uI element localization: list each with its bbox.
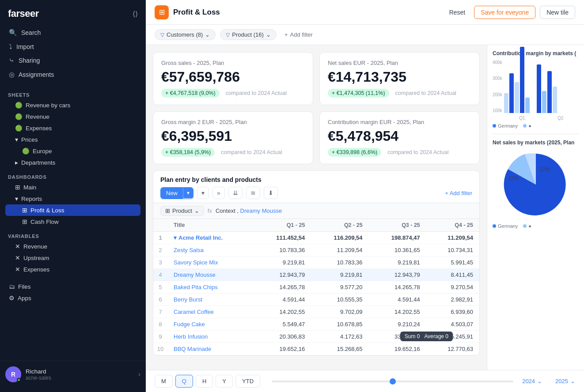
sidebar-item-revenue-by-cars[interactable]: 🟢 Revenue by cars — [5, 99, 140, 111]
fast-forward-button[interactable]: » — [212, 187, 225, 199]
row-q1[interactable]: 4.591,44 — [254, 294, 311, 306]
product-filter[interactable]: ▽ Product (16) ⌄ — [220, 29, 277, 40]
download-button[interactable]: ⬇ — [264, 187, 278, 199]
row-title[interactable]: ▾Acme Retail Inc. — [167, 232, 254, 244]
row-q2[interactable]: 15.268,65 — [311, 343, 368, 355]
table-row[interactable]: 8Fudge Cake5.549,4710.678,859.210,244.50… — [153, 318, 479, 331]
sidebar-item-europe[interactable]: 🟢 Europe — [5, 145, 140, 157]
table-row[interactable]: 3Savory Spice Mix9.219,8110.783,369.219,… — [153, 256, 479, 269]
period-m-button[interactable]: M — [155, 375, 173, 388]
table-row[interactable]: 6Berry Burst4.591,4410.555,354.591,442.9… — [153, 294, 479, 306]
sidebar-item-search[interactable]: 🔍 Search — [5, 26, 140, 40]
row-q4[interactable]: 6.939,60 — [426, 306, 479, 318]
period-h-button[interactable]: H — [196, 375, 213, 388]
row-q2[interactable]: 11.209,54 — [311, 244, 368, 256]
table-row[interactable]: 4Dreamy Mousse12.943,799.219,8112.943,79… — [153, 269, 479, 281]
table-add-filter-button[interactable]: + Add filter — [445, 190, 472, 196]
row-q4[interactable]: 4.503,07 — [426, 318, 479, 331]
sidebar-item-var-expenses[interactable]: ✕ Expenses — [5, 264, 140, 275]
sidebar-item-revenue[interactable]: 🟢 Revenue — [5, 111, 140, 122]
sidebar-item-import[interactable]: ⤵ Import — [5, 40, 140, 53]
row-q1[interactable]: 10.783,36 — [254, 244, 311, 256]
row-q2[interactable]: 9.577,20 — [311, 281, 368, 294]
row-title[interactable]: Herb Infusion — [167, 331, 254, 343]
save-button[interactable]: Save for eveyone — [474, 6, 535, 19]
row-q1[interactable]: 9.219,81 — [254, 256, 311, 269]
sidebar-item-profit-loss[interactable]: ⊞ Profit & Loss — [5, 204, 140, 216]
table-row[interactable]: 7Caramel Coffee14.202,559.702,0914.202,5… — [153, 306, 479, 318]
row-title[interactable]: Berry Burst — [167, 294, 254, 306]
row-title[interactable]: Caramel Coffee — [167, 306, 254, 318]
user-profile[interactable]: R Richard acne-sales › — [0, 361, 146, 388]
row-q3[interactable]: 9.219,81 — [369, 256, 426, 269]
row-q2[interactable]: 10.555,35 — [311, 294, 368, 306]
row-q4[interactable]: 12.770,63 — [426, 343, 479, 355]
row-q3[interactable]: 198.874,47 — [369, 232, 426, 244]
row-title[interactable]: Savory Spice Mix — [167, 256, 254, 269]
row-q1[interactable]: 20.306,83 — [254, 331, 311, 343]
row-q3[interactable]: 14.265,78 — [369, 281, 426, 294]
row-q4[interactable]: 5.991,45 — [426, 256, 479, 269]
period-ytd-button[interactable]: YTD — [235, 375, 260, 388]
row-q1[interactable]: 5.549,47 — [254, 318, 311, 331]
expand-button[interactable]: ▾ — [197, 187, 209, 199]
new-main-button[interactable]: New — [161, 188, 183, 199]
reset-button[interactable]: Reset — [445, 6, 470, 19]
row-q2[interactable]: 10.783,36 — [311, 256, 368, 269]
product-selector[interactable]: ⊞ Product ⌄ — [160, 206, 204, 216]
row-q3[interactable]: 4.591,44 — [369, 294, 426, 306]
period-q-button[interactable]: Q — [175, 375, 193, 388]
period-y-button[interactable]: Y — [216, 375, 233, 388]
row-q3[interactable]: 12.943,79 — [369, 269, 426, 281]
add-filter-button[interactable]: + Add filter — [281, 30, 316, 40]
row-q3[interactable]: 9.210,24 — [369, 318, 426, 331]
timeline-track[interactable] — [272, 381, 513, 382]
row-q2[interactable]: 9.702,09 — [311, 306, 368, 318]
row-q3[interactable]: 10.361,65 — [369, 244, 426, 256]
sidebar-item-var-upstream[interactable]: ✕ Upstream — [5, 252, 140, 264]
row-q2[interactable]: 4.172,63 — [311, 331, 368, 343]
sidebar-item-assignments[interactable]: ◎ Assignments — [5, 68, 140, 82]
sidebar-item-sharing[interactable]: ⤷ Sharing — [5, 53, 140, 68]
row-q1[interactable]: 19.652,16 — [254, 343, 311, 355]
chart-button[interactable]: ≋ — [246, 187, 260, 199]
row-q2[interactable]: 116.209,54 — [311, 232, 368, 244]
table-row[interactable]: 1▾Acme Retail Inc.111.452,54116.209,5419… — [153, 232, 479, 244]
sidebar-item-main[interactable]: ⊞ Main — [5, 181, 140, 193]
new-tile-button[interactable]: New tile — [540, 6, 575, 19]
row-q2[interactable]: 9.219,81 — [311, 269, 368, 281]
row-q3[interactable]: 14.202,55 — [369, 306, 426, 318]
row-q2[interactable]: 10.678,85 — [311, 318, 368, 331]
sidebar-item-var-revenue[interactable]: ✕ Revenue — [5, 241, 140, 252]
sidebar-item-prices[interactable]: ▾ Prices — [5, 134, 140, 145]
sidebar-item-apps[interactable]: ⚙ Apps — [5, 292, 140, 304]
timeline-dot[interactable] — [390, 378, 396, 384]
row-q4[interactable]: 10.734,31 — [426, 244, 479, 256]
row-q4[interactable]: 11.209,54 — [426, 232, 479, 244]
row-q4[interactable]: 9.270,54 — [426, 281, 479, 294]
row-q3[interactable]: 19.652,16 — [369, 343, 426, 355]
table-row[interactable]: 5Baked Pita Chips14.265,789.577,2014.265… — [153, 281, 479, 294]
year-right-label[interactable]: 2025 ⌄ — [555, 378, 575, 384]
sidebar-item-cash-flow[interactable]: ⊞ Cash Flow — [5, 216, 140, 227]
year-left-label[interactable]: 2024 ⌄ — [522, 378, 542, 384]
row-title[interactable]: Fudge Cake — [167, 318, 254, 331]
collapse-all-button[interactable]: ⇊ — [228, 187, 243, 199]
table-row[interactable]: 10BBQ Marinade19.652,1615.268,6519.652,1… — [153, 343, 479, 355]
row-q1[interactable]: 12.943,79 — [254, 269, 311, 281]
new-caret-button[interactable]: ▾ — [183, 188, 193, 198]
customers-filter[interactable]: ▽ Customers (8) ⌄ — [155, 29, 216, 40]
sidebar-item-expenses[interactable]: 🟢 Expenses — [5, 122, 140, 134]
sidebar-item-reports[interactable]: ▾ Reports — [5, 193, 140, 204]
new-split-button[interactable]: New ▾ — [160, 187, 193, 199]
row-title[interactable]: Dreamy Mousse — [167, 269, 254, 281]
sidebar-item-files[interactable]: 🗂 Files — [5, 281, 140, 292]
row-q1[interactable]: 14.202,55 — [254, 306, 311, 318]
row-title[interactable]: Baked Pita Chips — [167, 281, 254, 294]
row-q1[interactable]: 14.265,78 — [254, 281, 311, 294]
row-title[interactable]: BBQ Marinade — [167, 343, 254, 355]
sidebar-item-departments[interactable]: ▸ Departments — [5, 157, 140, 168]
collapse-button[interactable]: ⟨⟩ — [133, 10, 138, 18]
row-q1[interactable]: 111.452,54 — [254, 232, 311, 244]
table-row[interactable]: 2Zesty Salsa10.783,3611.209,5410.361,651… — [153, 244, 479, 256]
